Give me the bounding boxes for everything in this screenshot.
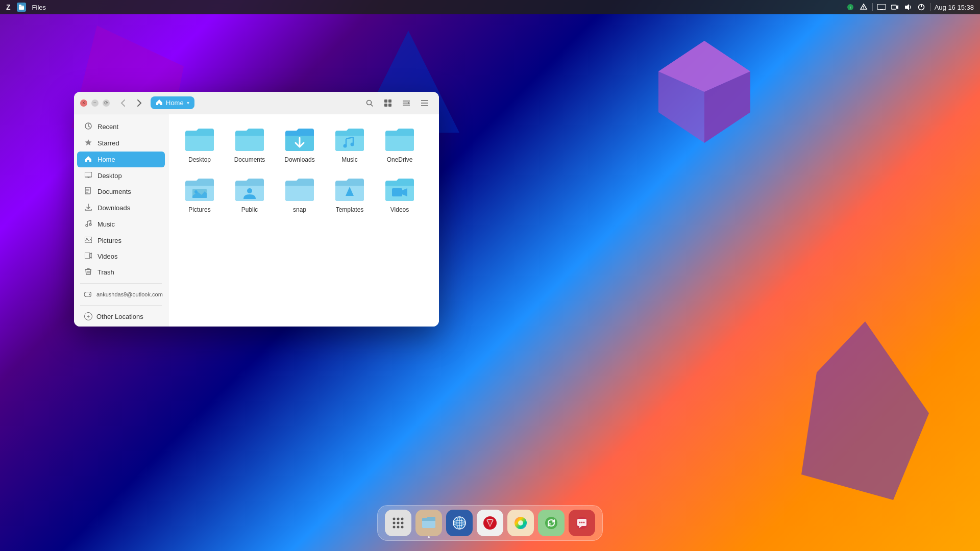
- other-locations-icon: +: [84, 312, 92, 320]
- indicator-2[interactable]: [859, 3, 868, 12]
- file-item-music[interactable]: Music: [327, 122, 373, 168]
- folder-icon-templates: [334, 177, 365, 203]
- dock-item-browser[interactable]: [446, 510, 473, 536]
- svg-point-79: [583, 522, 585, 523]
- dock-item-vivaldi[interactable]: [477, 510, 503, 536]
- file-label-onedrive: OneDrive: [387, 156, 413, 164]
- vivaldi-icon: [483, 516, 497, 530]
- sort-button[interactable]: [398, 95, 414, 111]
- drive-icon: [84, 290, 91, 298]
- sidebar-item-recent[interactable]: Recent: [77, 119, 165, 135]
- sidebar-item-pictures[interactable]: Pictures: [77, 233, 165, 248]
- location-breadcrumb[interactable]: Home ▾: [151, 96, 194, 109]
- file-item-desktop[interactable]: Desktop: [177, 122, 223, 168]
- documents-sidebar-icon: [84, 187, 92, 196]
- sidebar-item-documents[interactable]: Documents: [77, 184, 165, 199]
- sidebar-item-music[interactable]: Music: [77, 216, 165, 232]
- maximize-button[interactable]: ⟳: [103, 99, 110, 107]
- folder-icon-pictures: [184, 177, 215, 203]
- sidebar-recent-label: Recent: [97, 123, 118, 131]
- file-label-desktop: Desktop: [188, 156, 211, 164]
- svg-text:↑: ↑: [849, 5, 851, 10]
- file-item-public[interactable]: Public: [227, 172, 273, 218]
- file-item-onedrive[interactable]: OneDrive: [377, 122, 423, 168]
- svg-point-58: [397, 518, 400, 520]
- record-icon[interactable]: [890, 3, 899, 12]
- files-icon: [421, 516, 436, 530]
- titlebar-actions: [361, 95, 433, 111]
- sidebar: Recent Starred Home Des: [74, 114, 168, 327]
- sidebar-documents-label: Documents: [97, 188, 131, 195]
- back-button[interactable]: [116, 96, 130, 110]
- dock-item-update[interactable]: [538, 510, 565, 536]
- menu-button[interactable]: [416, 95, 433, 111]
- search-button[interactable]: [361, 95, 378, 111]
- close-button[interactable]: ×: [80, 99, 87, 107]
- color-app-icon: [513, 516, 528, 530]
- svg-rect-15: [891, 5, 896, 9]
- update-icon: [544, 516, 558, 530]
- file-item-downloads[interactable]: Downloads: [277, 122, 323, 168]
- sidebar-item-downloads[interactable]: Downloads: [77, 200, 165, 216]
- screen-icon[interactable]: [877, 3, 886, 12]
- file-item-snap[interactable]: snap: [277, 172, 323, 218]
- svg-marker-16: [905, 4, 909, 10]
- folder-icon-desktop: [184, 127, 215, 153]
- app-title: Files: [32, 4, 46, 11]
- main-content: Recent Starred Home Des: [74, 114, 439, 327]
- file-item-videos[interactable]: Videos: [377, 172, 423, 218]
- file-item-documents[interactable]: Documents: [227, 122, 273, 168]
- svg-point-11: [863, 8, 864, 9]
- sidebar-home-label: Home: [97, 156, 115, 163]
- separator2: [930, 3, 930, 11]
- sidebar-item-trash[interactable]: Trash: [77, 264, 165, 280]
- sidebar-item-drive[interactable]: ankushdas9@outlook.com: [77, 287, 165, 302]
- dock-item-color-app[interactable]: [507, 510, 534, 536]
- file-item-pictures[interactable]: Pictures: [177, 172, 223, 218]
- folder-icon-videos: [384, 177, 415, 203]
- file-label-videos: Videos: [390, 206, 409, 214]
- topbar: Z Files ↑ Aug 16 15:38: [0, 0, 980, 14]
- svg-point-75: [545, 517, 557, 529]
- sidebar-item-desktop[interactable]: Desktop: [77, 168, 165, 183]
- downloads-sidebar-icon: [84, 204, 92, 212]
- dock-item-apps-grid[interactable]: [385, 510, 411, 536]
- folder-icon-onedrive: [384, 127, 415, 153]
- sidebar-item-other-locations[interactable]: + Other Locations: [77, 309, 165, 324]
- file-item-templates[interactable]: Templates: [327, 172, 373, 218]
- bg-shape-bottom-right: [801, 321, 929, 500]
- sidebar-item-videos[interactable]: Videos: [77, 248, 165, 264]
- power-icon[interactable]: [917, 3, 926, 12]
- sidebar-drive-label: ankushdas9@outlook.com: [96, 291, 163, 297]
- minimize-button[interactable]: −: [91, 99, 99, 107]
- dock-item-files[interactable]: [415, 510, 442, 536]
- recent-icon: [84, 122, 92, 131]
- sidebar-music-label: Music: [97, 220, 115, 228]
- svg-point-61: [397, 522, 400, 524]
- indicator-1[interactable]: ↑: [846, 3, 855, 12]
- sidebar-divider2: [80, 305, 162, 306]
- svg-point-77: [579, 522, 581, 523]
- svg-point-78: [581, 522, 583, 523]
- file-label-pictures: Pictures: [188, 206, 210, 214]
- datetime: Aug 16 15:38: [935, 4, 974, 11]
- svg-marker-5: [801, 321, 929, 500]
- trash-sidebar-icon: [84, 268, 92, 277]
- sidebar-item-starred[interactable]: Starred: [77, 135, 165, 151]
- volume-icon[interactable]: [903, 3, 913, 12]
- taskbar-dock: [377, 505, 603, 541]
- dock-item-chat[interactable]: [569, 510, 595, 536]
- svg-point-37: [86, 224, 88, 227]
- nav-controls: [116, 96, 146, 110]
- svg-point-38: [89, 223, 91, 226]
- sidebar-item-home[interactable]: Home: [77, 152, 165, 167]
- svg-rect-24: [388, 104, 391, 107]
- forward-button[interactable]: [132, 96, 146, 110]
- file-label-snap: snap: [293, 206, 306, 214]
- file-manager-window: × − ⟳ Home ▾: [74, 92, 439, 327]
- apps-grid-icon: [391, 516, 405, 530]
- location-dropdown-icon: ▾: [187, 100, 189, 106]
- chat-icon: [575, 516, 589, 530]
- browser-icon: [452, 516, 467, 530]
- view-toggle-button[interactable]: [380, 95, 396, 111]
